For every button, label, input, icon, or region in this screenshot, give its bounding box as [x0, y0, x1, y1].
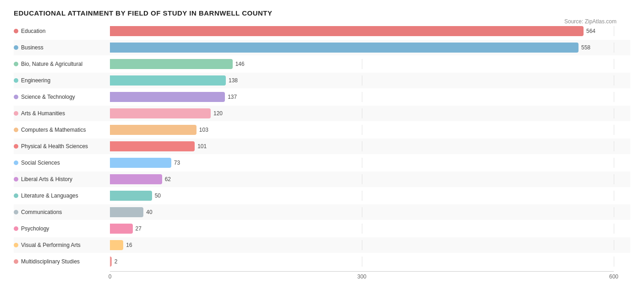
bar-fill — [110, 75, 226, 86]
bar-label: Bio, Nature & Agricultural — [14, 61, 110, 67]
bar-value-label: 558 — [581, 44, 590, 51]
bar-dot — [14, 259, 18, 264]
bar-label: Psychology — [14, 225, 110, 232]
grid-line — [614, 26, 614, 36]
bar-dot — [14, 29, 18, 33]
bar-label-text: Psychology — [21, 225, 49, 232]
bar-value-label: 16 — [126, 242, 132, 248]
table-row: Visual & Performing Arts16 — [14, 237, 630, 253]
bar-label-text: Bio, Nature & Agricultural — [21, 61, 82, 67]
bar-label: Education — [14, 28, 110, 34]
table-row: Computers & Mathematics103 — [14, 122, 630, 138]
bar-fill — [110, 257, 112, 267]
table-row: Multidisciplinary Studies2 — [14, 254, 630, 269]
bar-dot — [14, 210, 18, 214]
grid-line — [614, 257, 614, 267]
bar-label: Physical & Health Sciences — [14, 143, 110, 150]
bar-value-label: 62 — [165, 176, 171, 182]
bar-track: 137 — [110, 92, 630, 102]
grid-line — [362, 92, 362, 102]
grid-line — [614, 224, 614, 234]
bar-fill — [110, 92, 225, 102]
grid-line — [614, 174, 614, 184]
x-axis-tick: 600 — [609, 273, 618, 280]
bar-label-text: Business — [21, 44, 44, 51]
grid-line — [614, 75, 614, 86]
bar-fill — [110, 26, 584, 36]
bar-label: Business — [14, 44, 110, 51]
grid-line — [362, 191, 362, 201]
bar-fill — [110, 191, 152, 201]
grid-line — [362, 108, 362, 118]
table-row: Education564 — [14, 23, 630, 39]
bar-label: Engineering — [14, 77, 110, 84]
chart-area: Education564Business558Bio, Nature & Agr… — [14, 23, 630, 282]
bar-fill — [110, 224, 133, 234]
bar-dot — [14, 144, 18, 149]
bar-value-label: 564 — [586, 28, 595, 34]
bar-track: 120 — [110, 108, 630, 118]
table-row: Physical & Health Sciences101 — [14, 139, 630, 154]
bar-label-text: Liberal Arts & History — [21, 176, 72, 182]
bar-label-text: Visual & Performing Arts — [21, 242, 81, 248]
bar-value-label: 40 — [146, 209, 152, 215]
rows-area: Education564Business558Bio, Nature & Agr… — [14, 23, 630, 269]
bar-track: 2 — [110, 257, 630, 267]
table-row: Science & Technology137 — [14, 89, 630, 105]
bar-label: Multidisciplinary Studies — [14, 258, 110, 265]
bar-value-label: 2 — [115, 258, 118, 265]
bar-fill — [110, 125, 196, 135]
grid-line — [362, 158, 362, 168]
bar-dot — [14, 78, 18, 83]
bar-fill — [110, 207, 143, 217]
bar-label-text: Computers & Mathematics — [21, 127, 86, 133]
grid-line — [614, 141, 614, 151]
bar-fill — [110, 174, 162, 184]
grid-line — [362, 59, 362, 69]
bar-fill — [110, 108, 211, 118]
grid-line — [362, 207, 362, 217]
grid-line — [362, 240, 362, 250]
table-row: Business558 — [14, 40, 630, 55]
grid-line — [614, 92, 614, 102]
bar-track: 103 — [110, 125, 630, 135]
bar-label-text: Social Sciences — [21, 160, 60, 166]
bar-dot — [14, 226, 18, 231]
grid-line — [614, 125, 614, 135]
bar-track: 62 — [110, 174, 630, 184]
bar-value-label: 73 — [174, 160, 180, 166]
bar-track: 564 — [110, 26, 630, 36]
grid-line — [362, 224, 362, 234]
bar-value-label: 120 — [213, 110, 223, 117]
grid-line — [614, 207, 614, 217]
bar-value-label: 50 — [155, 193, 161, 199]
bar-dot — [14, 161, 18, 165]
bar-dot — [14, 62, 18, 66]
bar-dot — [14, 243, 18, 247]
bar-value-label: 101 — [197, 143, 207, 150]
bar-label-text: Multidisciplinary Studies — [21, 258, 80, 265]
bar-track: 50 — [110, 191, 630, 201]
bar-value-label: 103 — [199, 127, 208, 133]
grid-line — [614, 43, 614, 53]
bar-label-text: Communications — [21, 209, 62, 215]
table-row: Engineering138 — [14, 73, 630, 88]
bar-label: Communications — [14, 209, 110, 215]
bar-track: 27 — [110, 224, 630, 234]
bar-dot — [14, 95, 18, 99]
bar-track: 16 — [110, 240, 630, 250]
grid-line — [362, 257, 362, 267]
grid-line — [362, 75, 362, 86]
bar-value-label: 146 — [235, 61, 245, 67]
grid-line — [362, 174, 362, 184]
bar-label-text: Science & Technology — [21, 94, 75, 100]
x-axis-tick: 300 — [357, 273, 366, 280]
bar-fill — [110, 43, 579, 53]
table-row: Bio, Nature & Agricultural146 — [14, 56, 630, 72]
grid-line — [614, 158, 614, 168]
grid-line — [362, 125, 362, 135]
x-axis-tick: 0 — [109, 273, 112, 280]
bar-fill — [110, 59, 233, 69]
chart-title: EDUCATIONAL ATTAINMENT BY FIELD OF STUDY… — [14, 9, 630, 17]
bar-label: Visual & Performing Arts — [14, 242, 110, 248]
